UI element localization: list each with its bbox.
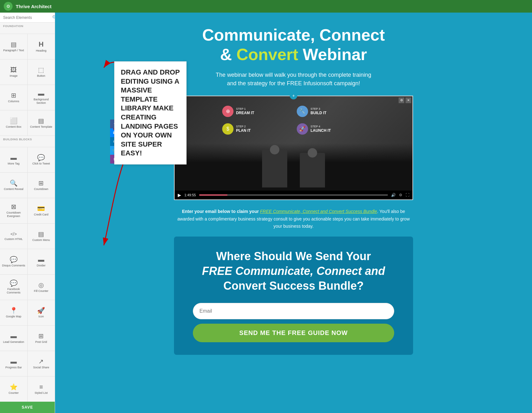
more-tag-label: More Tag: [8, 162, 20, 165]
countdown-evergreen-icon: ⊠: [11, 204, 16, 210]
video-settings-icon[interactable]: ⚙: [399, 193, 402, 197]
countdown-icon: ⊞: [38, 180, 44, 186]
sidebar-item-credit-card[interactable]: 💳 Credit Card: [28, 198, 55, 223]
sidebar-item-progress-bar[interactable]: ▬ Progress Bar: [0, 351, 27, 376]
video-settings-top-icon[interactable]: ⚙: [399, 98, 404, 103]
sidebar-item-button[interactable]: ⬚ Button: [28, 59, 55, 85]
title-line2-prefix: &: [220, 45, 236, 64]
paragraph-label: Paragraph / Text: [3, 49, 24, 52]
step-3: 🔧 STEP 3 BUILD IT: [297, 106, 365, 117]
presenter-2: [300, 153, 325, 187]
lead-gen-label: Lead Generation: [3, 340, 24, 344]
sidebar-item-image[interactable]: 🖼 Image: [0, 59, 27, 85]
lead-gen-icon: ▬: [10, 333, 17, 339]
save-button[interactable]: SAVE: [0, 402, 55, 413]
sidebar-item-custom-menu[interactable]: ▤ Custom Menu: [28, 224, 55, 249]
sidebar-item-content-reveal[interactable]: 🔍 Content Reveal: [0, 173, 27, 198]
styled-list-icon: ≡: [39, 384, 43, 390]
sidebar-item-content-box[interactable]: ⬜ Content Box: [0, 110, 27, 136]
fill-counter-label: Fill Counter: [34, 289, 48, 293]
sidebar-item-columns[interactable]: ⊞ Columns: [0, 85, 27, 110]
submit-button[interactable]: SEND ME THE FREE GUIDE NOW: [193, 324, 394, 342]
content-box-label: Content Box: [6, 125, 21, 129]
play-button[interactable]: ▶: [178, 193, 181, 198]
click-to-tweet-label: Click to Tweet: [32, 162, 50, 165]
email-notice-prefix: Enter your email below to claim your: [182, 209, 260, 214]
step-3-circle: 🔧: [297, 106, 308, 117]
video-progress-bar[interactable]: [199, 194, 388, 196]
tooltip-callout: DRAG AND DROP EDITING USING A MASSIVE TE…: [114, 61, 187, 165]
columns-label: Columns: [8, 100, 19, 103]
video-progress-fill: [199, 194, 227, 196]
sidebar-item-counter[interactable]: ⭐ Counter: [0, 377, 27, 402]
sidebar-item-divider[interactable]: ▬ Divider: [28, 249, 55, 274]
search-input[interactable]: [3, 15, 50, 20]
progress-bar-icon: ▬: [10, 358, 17, 365]
cta-title-line1: Where Should We Send Your: [216, 250, 371, 263]
sidebar-item-content-template[interactable]: ▤ Content Template: [28, 110, 55, 136]
cta-title-line2: FREE Communicate, Connect and: [202, 265, 385, 277]
video-steps: ⊕ STEP 1 DREAM IT 🔧 STEP 3 BUILD IT: [222, 106, 365, 135]
fill-counter-icon: ◎: [38, 282, 44, 288]
divider-label: Divider: [37, 264, 46, 267]
sidebar-item-background-section[interactable]: ▬ Background Section: [28, 85, 55, 110]
custom-html-label: Custom HTML: [4, 237, 23, 241]
facebook-comments-icon: 💬: [10, 280, 18, 286]
elements-grid: FOUNDATION ▤ Paragraph / Text H Heading …: [0, 23, 55, 402]
sidebar-item-fill-counter[interactable]: ◎ Fill Counter: [28, 275, 55, 300]
content-reveal-icon: 🔍: [10, 180, 18, 186]
step-1-circle: ⊕: [222, 106, 233, 117]
step-4-circle: 🚀: [297, 123, 308, 135]
building-blocks-section-label: BUILDING BLOCKS: [0, 136, 55, 147]
sidebar-item-disqus-comments[interactable]: 💬 Disqus Comments: [0, 249, 27, 274]
top-bar: ⚙ Thrive Architect: [0, 0, 532, 13]
sidebar: 🔍 FOUNDATION ▤ Paragraph / Text H Headin…: [0, 13, 55, 413]
sidebar-item-countdown[interactable]: ⊞ Countdown: [28, 173, 55, 198]
sidebar-item-click-to-tweet[interactable]: 💬 Click to Tweet: [28, 147, 55, 172]
click-to-tweet-icon: 💬: [37, 154, 45, 161]
sidebar-item-heading[interactable]: H Heading: [28, 34, 55, 59]
step-2-text: STEP 2 PLAN IT: [236, 125, 251, 133]
sidebar-item-paragraph-text[interactable]: ▤ Paragraph / Text: [0, 34, 27, 59]
social-share-label: Social Share: [33, 366, 49, 369]
sidebar-item-lead-generation[interactable]: ▬ Lead Generation: [0, 326, 27, 351]
sidebar-item-icon[interactable]: 🚀 Icon: [28, 300, 55, 325]
post-grid-icon: ⊞: [38, 333, 44, 339]
sidebar-item-styled-list[interactable]: ≡ Styled List: [28, 377, 55, 402]
sidebar-item-google-map[interactable]: 📍 Google Map: [0, 300, 27, 325]
video-thumbnail: ⊕ STEP 1 DREAM IT 🔧 STEP 3 BUILD IT: [175, 96, 412, 191]
fullscreen-icon[interactable]: ⛶: [406, 193, 409, 197]
background-section-label: Background Section: [29, 98, 54, 105]
image-icon: 🖼: [10, 67, 17, 73]
image-label: Image: [10, 74, 18, 78]
icon-item-icon: 🚀: [37, 307, 45, 314]
sidebar-item-custom-html[interactable]: </> Custom HTML: [0, 224, 27, 249]
main-title: Communicate, Connect & Convert Webinar: [174, 25, 413, 64]
social-share-icon: ↗: [38, 358, 44, 365]
sidebar-item-post-grid[interactable]: ⊞ Post Grid: [28, 326, 55, 351]
sidebar-item-more-tag[interactable]: ▬ More Tag: [0, 147, 27, 172]
email-field[interactable]: [193, 303, 394, 319]
page-subtitle: The webinar below will walk you through …: [174, 71, 413, 88]
columns-icon: ⊞: [11, 92, 16, 98]
video-bottom-bar: ▶ 1:49:55 🔊 ⚙ ⛶: [175, 191, 412, 199]
presenter-silhouette: [262, 150, 325, 187]
content-template-label: Content Template: [30, 125, 52, 129]
volume-icon[interactable]: 🔊: [391, 193, 396, 197]
email-notice-link: FREE Communicate, Connect and Convert Su…: [260, 209, 377, 214]
sidebar-item-social-share[interactable]: ↗ Social Share: [28, 351, 55, 376]
video-close-top-icon[interactable]: ✕: [406, 98, 411, 103]
cta-title: Where Should We Send Your FREE Communica…: [193, 249, 394, 293]
sidebar-item-facebook-comments[interactable]: 💬 Facebook Comments: [0, 275, 27, 300]
step-1-text: STEP 1 DREAM IT: [236, 107, 254, 115]
video-add-button[interactable]: +: [290, 92, 297, 99]
title-line2-suffix: Webinar: [298, 45, 367, 64]
search-bar[interactable]: 🔍: [0, 13, 55, 23]
countdown-evergreen-label: Countdown Evergreen: [1, 211, 26, 218]
custom-menu-label: Custom Menu: [32, 238, 50, 242]
content-area: f ✉ in 🐦 k DRAG AND DROP EDITING USING A…: [55, 13, 532, 413]
heading-icon: H: [39, 41, 44, 48]
sidebar-item-countdown-evergreen[interactable]: ⊠ Countdown Evergreen: [0, 198, 27, 223]
title-highlight: Convert: [236, 45, 298, 64]
step-4-text: STEP 4 LAUNCH IT: [311, 125, 331, 133]
